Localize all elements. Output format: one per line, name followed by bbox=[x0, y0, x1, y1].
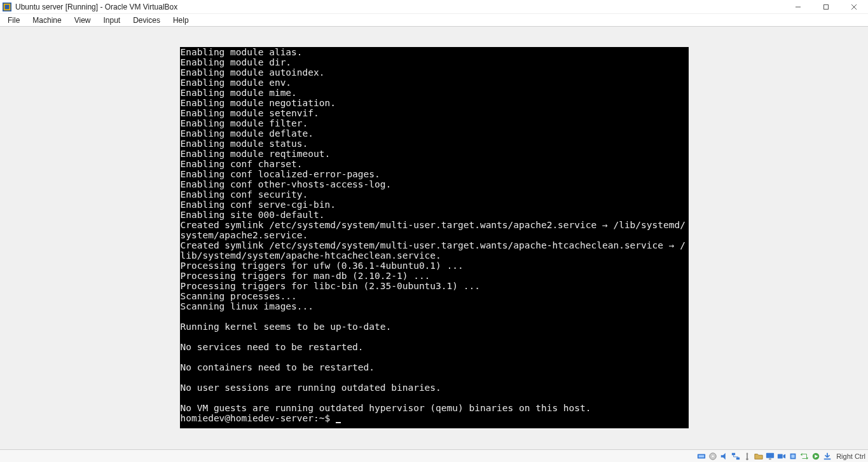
menu-help[interactable]: Help bbox=[167, 15, 195, 26]
svg-point-14 bbox=[746, 458, 748, 460]
svg-rect-17 bbox=[778, 454, 783, 458]
svg-rect-15 bbox=[766, 452, 774, 458]
network-icon[interactable] bbox=[731, 451, 741, 461]
svg-rect-12 bbox=[732, 452, 735, 455]
svg-rect-13 bbox=[736, 457, 740, 459]
shared-folders-icon[interactable] bbox=[754, 451, 764, 461]
hard-disk-icon[interactable] bbox=[696, 451, 706, 461]
maximize-button[interactable] bbox=[812, 0, 840, 13]
vm-console[interactable]: Enabling module alias. Enabling module d… bbox=[180, 47, 689, 428]
vm-display-area: Enabling module alias. Enabling module d… bbox=[0, 27, 868, 449]
audio-icon[interactable] bbox=[719, 451, 729, 461]
usb-icon[interactable] bbox=[742, 451, 752, 461]
svg-rect-16 bbox=[769, 458, 771, 459]
close-button[interactable] bbox=[840, 0, 868, 13]
menu-input[interactable]: Input bbox=[97, 15, 127, 26]
svg-rect-8 bbox=[699, 455, 705, 458]
titlebar: Ubuntu server [Running] - Oracle VM Virt… bbox=[0, 0, 868, 14]
menu-view[interactable]: View bbox=[68, 15, 97, 26]
optical-disc-icon[interactable] bbox=[708, 451, 718, 461]
capture-icon[interactable] bbox=[799, 451, 809, 461]
svg-rect-20 bbox=[792, 454, 795, 458]
vm-state-icon[interactable] bbox=[811, 451, 821, 461]
display-icon[interactable] bbox=[765, 451, 775, 461]
menu-machine[interactable]: Machine bbox=[26, 15, 67, 26]
hostkey-label: Right Ctrl bbox=[836, 452, 865, 460]
statusbar: Right Ctrl bbox=[0, 449, 868, 462]
svg-marker-11 bbox=[721, 452, 726, 459]
window-title: Ubuntu server [Running] - Oracle VM Virt… bbox=[15, 3, 784, 11]
menu-file[interactable]: File bbox=[1, 15, 26, 26]
minimize-button[interactable] bbox=[784, 0, 812, 13]
recording-icon[interactable] bbox=[776, 451, 787, 461]
svg-point-10 bbox=[712, 455, 714, 457]
menubar: File Machine View Input Devices Help bbox=[0, 14, 868, 27]
hostkey-indicator-icon[interactable] bbox=[822, 451, 832, 461]
svg-rect-4 bbox=[824, 4, 829, 9]
svg-rect-23 bbox=[824, 458, 831, 459]
menu-devices[interactable]: Devices bbox=[127, 15, 167, 26]
window-controls bbox=[784, 0, 868, 13]
virtualbox-app-icon bbox=[3, 3, 11, 11]
svg-rect-2 bbox=[5, 4, 10, 9]
cpu-icon[interactable] bbox=[788, 451, 798, 461]
svg-marker-18 bbox=[783, 454, 786, 458]
